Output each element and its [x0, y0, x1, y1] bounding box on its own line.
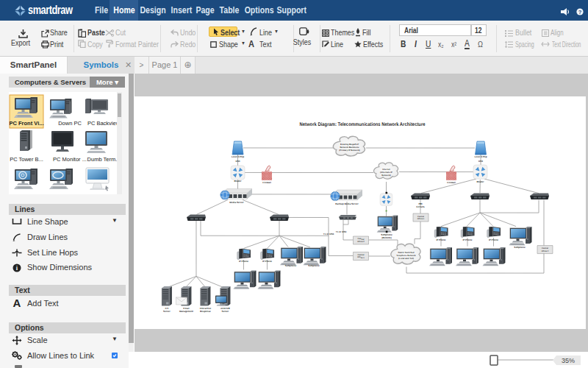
- svg-text:Interactive: Interactive: [200, 307, 212, 310]
- svg-text:Backup Media Server: Backup Media Server: [335, 202, 359, 205]
- svg-text:T1 or DS3: T1 or DS3: [336, 230, 347, 233]
- svg-text:Media Server: Media Server: [229, 201, 244, 204]
- svg-text:CTI: CTI: [165, 307, 168, 310]
- svg-text:(Primary IP Network): (Primary IP Network): [339, 149, 359, 152]
- svg-text:Level 3 Pop: Level 3 Pop: [232, 155, 244, 158]
- svg-text:(Remote): (Remote): [381, 236, 391, 239]
- svg-text:Response: Response: [200, 310, 211, 313]
- svg-text:ACD/IVR: ACD/IVR: [220, 307, 230, 310]
- svg-text:Router: Router: [234, 180, 243, 183]
- svg-text:IP Phone: IP Phone: [436, 238, 445, 241]
- svg-text:35%: 35%: [562, 357, 575, 364]
- svg-text:IP Phone: IP Phone: [239, 260, 248, 263]
- svg-text:DS3: DS3: [478, 160, 483, 163]
- svg-text:Office 1: Office 1: [417, 218, 425, 220]
- svg-text:Network): Network): [381, 174, 390, 177]
- svg-text:Softphone: Softphone: [285, 264, 297, 267]
- svg-text:Office 2: Office 2: [357, 241, 365, 243]
- svg-text:Office 1: Office 1: [357, 256, 365, 258]
- svg-text:(Local and Toll): (Local and Toll): [398, 257, 414, 260]
- svg-text:Management: Management: [179, 310, 193, 313]
- svg-text:Firewall: Firewall: [447, 181, 456, 184]
- svg-text:Server: Server: [222, 310, 229, 313]
- svg-text:T1 or DS3: T1 or DS3: [323, 233, 334, 236]
- svg-text:Softphone: Softphone: [514, 246, 526, 249]
- svg-text:IP Phone: IP Phone: [489, 238, 498, 241]
- svg-text:Router: Router: [477, 180, 485, 183]
- svg-text:Firewall: Firewall: [262, 181, 271, 184]
- svg-text:Network Diagram: Telecommunica: Network Diagram: Telecommunications Netw…: [300, 122, 426, 127]
- svg-text:Circuits: Circuits: [416, 205, 425, 208]
- svg-text:IP Phone: IP Phone: [462, 238, 472, 241]
- svg-text:?: ?: [578, 9, 582, 15]
- svg-text:Server: Server: [163, 310, 171, 313]
- svg-text:PRI: PRI: [418, 202, 422, 205]
- svg-text:IP Phone: IP Phone: [262, 260, 272, 263]
- svg-text:Email: Email: [183, 307, 189, 310]
- svg-text:Softphone: Softphone: [308, 264, 320, 267]
- svg-text:Office 2: Office 2: [542, 250, 549, 252]
- svg-text:Level 3 Pop: Level 3 Pop: [474, 155, 487, 158]
- svg-text:DS3: DS3: [236, 160, 240, 163]
